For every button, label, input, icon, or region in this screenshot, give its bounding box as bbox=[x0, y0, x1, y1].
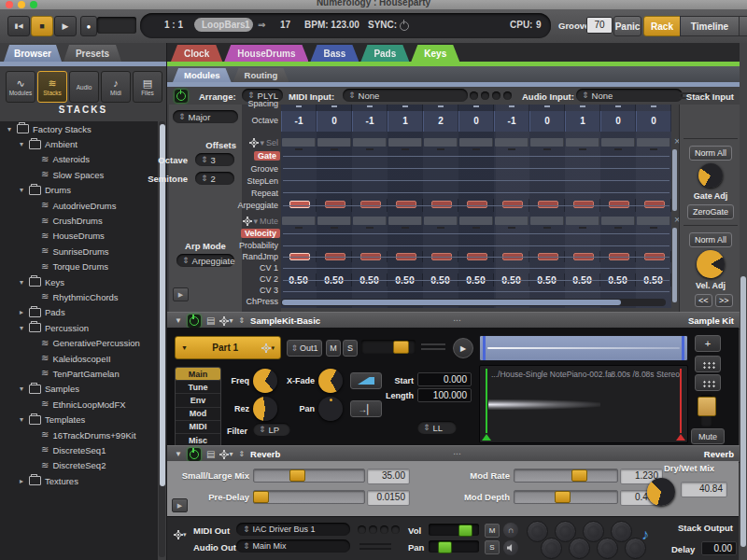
midi-out-select[interactable]: ⇕IAC Driver Bus 1 bbox=[236, 523, 350, 536]
step-dash[interactable] bbox=[289, 253, 310, 260]
category-button-midi[interactable]: ♪Midi bbox=[101, 71, 131, 103]
disclosure-icon[interactable]: ▸ bbox=[18, 477, 25, 485]
sample-overview-bar[interactable] bbox=[479, 335, 688, 361]
tree-item-templates[interactable]: ▾Templates bbox=[0, 412, 158, 427]
band-cell[interactable] bbox=[282, 217, 316, 225]
octave-step-value[interactable]: 0 bbox=[636, 111, 671, 132]
band-cell[interactable] bbox=[530, 138, 564, 147]
step-cell[interactable] bbox=[317, 199, 352, 212]
step-cell[interactable] bbox=[494, 251, 529, 262]
spacing-step[interactable] bbox=[458, 105, 494, 111]
step-dash[interactable] bbox=[609, 253, 629, 260]
band-cell[interactable] bbox=[637, 138, 670, 147]
slider-handle[interactable] bbox=[555, 491, 571, 503]
length-value-field[interactable]: 100.000 bbox=[417, 388, 472, 402]
tab-modules[interactable]: Modules bbox=[173, 68, 232, 82]
octave-step-value[interactable]: -1 bbox=[494, 111, 529, 132]
tree-item-crushdrums[interactable]: ≋CrushDrums bbox=[0, 213, 158, 228]
cv2-step-value[interactable]: 0.50 bbox=[565, 273, 600, 287]
tree-item-torque-drums[interactable]: ≋Torque Drums bbox=[0, 259, 158, 274]
spacing-step[interactable] bbox=[600, 105, 636, 111]
step-cell[interactable] bbox=[317, 251, 352, 262]
tab-browser[interactable]: Browser bbox=[4, 45, 62, 62]
probability-row[interactable] bbox=[281, 240, 671, 251]
step-dash[interactable] bbox=[502, 201, 523, 208]
tree-item-keys[interactable]: ▾Keys bbox=[0, 274, 158, 289]
band-cell[interactable] bbox=[495, 138, 529, 147]
cv2-step-value[interactable]: 0.50 bbox=[281, 273, 317, 287]
band-cell[interactable] bbox=[637, 217, 670, 225]
step-dash[interactable] bbox=[573, 253, 594, 260]
step-cell[interactable] bbox=[565, 251, 600, 262]
preset-doc-icon[interactable]: ▤ bbox=[206, 315, 215, 326]
view-button-timeline[interactable]: Timeline bbox=[680, 16, 740, 36]
row-label-chpress[interactable]: ChPress bbox=[246, 297, 278, 306]
part-tab-mod[interactable]: Mod bbox=[176, 408, 220, 421]
octave-step-value[interactable]: 0 bbox=[317, 111, 352, 132]
stack-tab-clock[interactable]: Clock bbox=[171, 45, 222, 62]
bpm-readout[interactable]: BPM: 123.00 bbox=[304, 20, 359, 30]
spacing-step[interactable] bbox=[423, 105, 458, 111]
samplekit-power-button[interactable] bbox=[188, 315, 201, 328]
small-large-mix-slider[interactable] bbox=[253, 469, 365, 483]
row-label-gate[interactable]: Gate bbox=[254, 151, 280, 161]
slider-handle[interactable] bbox=[289, 469, 305, 482]
output-gear-menu[interactable]: ▾ bbox=[175, 531, 187, 539]
cv2-step-value[interactable]: 0.50 bbox=[494, 273, 529, 287]
disclosure-icon[interactable]: ▼ bbox=[175, 316, 182, 325]
reverb-param-value[interactable]: 35.00 bbox=[367, 469, 410, 484]
reorder-icon[interactable]: ⇕ bbox=[238, 316, 245, 325]
step-cell[interactable] bbox=[352, 199, 388, 212]
category-button-audio[interactable]: Audio bbox=[69, 71, 99, 103]
cv2-step-value[interactable]: 0.50 bbox=[458, 273, 494, 287]
octave-step-value[interactable]: -1 bbox=[352, 111, 388, 132]
gate-adj-knob[interactable] bbox=[698, 163, 723, 188]
reverb-param-value[interactable]: 0.0150 bbox=[367, 490, 410, 506]
spacing-step[interactable] bbox=[352, 105, 388, 111]
output-knob[interactable] bbox=[569, 538, 590, 559]
tree-item-percussion[interactable]: ▾Percussion bbox=[0, 320, 158, 335]
band-cell[interactable] bbox=[282, 138, 316, 147]
disclosure-icon[interactable]: ▾ bbox=[18, 278, 25, 287]
part-tab-env[interactable]: Env bbox=[176, 394, 220, 407]
tree-item-textures[interactable]: ▸Textures bbox=[0, 473, 158, 488]
output-solo-button[interactable]: S bbox=[485, 540, 500, 554]
category-button-files[interactable]: ▤Files bbox=[133, 71, 162, 103]
tree-item-slow-spaces[interactable]: ≋Slow Spaces bbox=[0, 167, 158, 182]
band-cell[interactable] bbox=[459, 217, 493, 225]
vol-slider[interactable] bbox=[429, 524, 479, 536]
sync-power-icon[interactable] bbox=[400, 21, 409, 31]
rez-knob[interactable] bbox=[253, 397, 277, 421]
tree-scrollbar[interactable] bbox=[159, 121, 165, 557]
spacing-step[interactable] bbox=[317, 105, 352, 111]
step-dash[interactable] bbox=[396, 201, 416, 208]
stack-tab-pads[interactable]: Pads bbox=[360, 45, 409, 62]
play-button[interactable]: ▶ bbox=[54, 16, 77, 36]
row-label-steplen[interactable]: StepLen bbox=[247, 176, 278, 186]
cv2-step-value[interactable]: 0.50 bbox=[423, 273, 458, 287]
band-cell[interactable] bbox=[566, 217, 599, 225]
disclosure-icon[interactable]: ▾ bbox=[6, 125, 13, 133]
row-label-probability[interactable]: Probability bbox=[239, 241, 278, 250]
gate-group-scrollbar[interactable] bbox=[672, 149, 677, 211]
loop-mode-button[interactable] bbox=[350, 372, 382, 389]
stack-tab-bass[interactable]: Bass bbox=[310, 45, 359, 62]
step-dash[interactable] bbox=[431, 253, 452, 260]
octave-step-value[interactable]: 0 bbox=[458, 111, 494, 132]
disclosure-icon[interactable]: ▾ bbox=[18, 385, 25, 393]
step-dash[interactable] bbox=[325, 201, 345, 208]
headphone-icon[interactable]: ∩ bbox=[503, 523, 518, 538]
repeat-row[interactable] bbox=[281, 187, 671, 199]
tree-item-ambient[interactable]: ▾Ambient bbox=[0, 136, 158, 151]
pan-knob[interactable] bbox=[318, 397, 343, 421]
preset-doc-icon[interactable]: ▤ bbox=[206, 449, 215, 459]
prev-page-button[interactable]: << bbox=[695, 294, 712, 307]
pad-grid-button-2[interactable] bbox=[695, 374, 721, 391]
steplen-row[interactable] bbox=[281, 175, 671, 187]
tree-item-asteroids[interactable]: ≋Asteroids bbox=[0, 152, 158, 167]
tree-item-discreteseq2[interactable]: ≋DiscreteSeq2 bbox=[0, 458, 158, 473]
cv2-step-value[interactable]: 0.50 bbox=[529, 273, 565, 287]
spacing-step[interactable] bbox=[281, 105, 317, 111]
cv2-step-value[interactable]: 0.50 bbox=[352, 273, 388, 287]
semitone-offset-field[interactable]: ⇕2 bbox=[195, 172, 234, 185]
